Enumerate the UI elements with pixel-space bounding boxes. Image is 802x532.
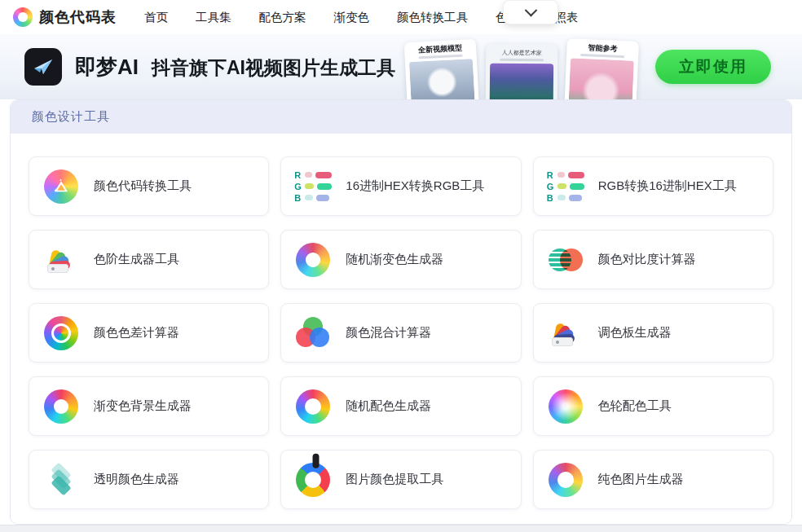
tool-card-color-mixer[interactable]: 颜色混合计算器 bbox=[280, 303, 521, 363]
tool-label: 颜色色差计算器 bbox=[94, 325, 179, 341]
nav-item-home[interactable]: 首页 bbox=[144, 10, 168, 25]
tool-card-random-scheme[interactable]: 随机配色生成器 bbox=[280, 376, 521, 436]
color-ring-icon bbox=[42, 314, 80, 352]
thumb-image-space bbox=[490, 64, 554, 99]
nav-item-tools[interactable]: 工具集 bbox=[196, 10, 231, 25]
banner-title: 即梦AI 抖音旗下AI视频图片生成工具 bbox=[75, 53, 395, 81]
gradient-wheel-icon bbox=[42, 388, 80, 425]
thumb-image-ghost bbox=[409, 59, 475, 99]
tool-label: 渐变色背景生成器 bbox=[94, 398, 192, 414]
tool-label: 颜色对比度计算器 bbox=[598, 252, 696, 267]
paper-plane-icon bbox=[32, 55, 55, 78]
site-title: 颜色代码表 bbox=[39, 7, 117, 27]
thumb-caption: 智能参考 bbox=[571, 42, 634, 54]
tool-label: RGB转换16进制HEX工具 bbox=[598, 178, 737, 194]
brand[interactable]: 颜色代码表 bbox=[13, 7, 117, 27]
tool-label: 16进制HEX转换RGB工具 bbox=[346, 178, 484, 194]
panel-title: 颜色设计工具 bbox=[32, 109, 110, 123]
thumb-subline bbox=[500, 59, 544, 61]
tool-card-color-wheel-tool[interactable]: 色轮配色工具 bbox=[533, 376, 773, 436]
page-bottom-strip bbox=[0, 525, 802, 532]
tool-label: 图片颜色提取工具 bbox=[346, 472, 443, 487]
panel-header: 颜色设计工具 bbox=[11, 100, 791, 134]
tool-card-rgb-to-hex[interactable]: R G B RGB转换16进制HEX工具 bbox=[533, 156, 773, 216]
nav-item-converters[interactable]: 颜色转换工具 bbox=[397, 10, 468, 25]
tool-card-image-color-picker[interactable]: 图片颜色提取工具 bbox=[280, 450, 521, 509]
rgb-sliders-icon: R G B bbox=[294, 168, 332, 205]
thumb-image-portrait bbox=[568, 58, 634, 99]
thumb-caption: 人人都是艺术家 bbox=[490, 48, 553, 58]
banner-thumb-reference: 智能参考 bbox=[564, 38, 639, 99]
tool-card-gradient-background[interactable]: 渐变色背景生成器 bbox=[29, 376, 269, 436]
nav-item-schemes[interactable]: 配色方案 bbox=[259, 10, 306, 25]
tool-card-random-gradient[interactable]: 随机渐变色生成器 bbox=[280, 230, 521, 289]
use-now-button[interactable]: 立即使用 bbox=[655, 50, 771, 84]
color-wheel-donut-icon bbox=[547, 461, 584, 499]
thumb-caption: 全新视频模型 bbox=[408, 43, 472, 55]
banner-thumb-video-model: 全新视频模型 bbox=[404, 39, 480, 99]
app-tagline: 抖音旗下AI视频图片生成工具 bbox=[152, 55, 395, 81]
color-mix-venn-icon bbox=[294, 314, 332, 352]
tools-grid: 颜色代码转换工具 R G B 16进制HEX转换RGB工具 R G B RGB转… bbox=[11, 134, 791, 524]
color-design-tools-panel: 颜色设计工具 颜色代码转换工具 R G B 16进制HEX转换RGB工具 R bbox=[10, 99, 792, 525]
tool-label: 色阶生成器工具 bbox=[94, 252, 179, 267]
tool-label: 颜色代码转换工具 bbox=[94, 178, 192, 194]
tool-label: 透明颜色生成器 bbox=[94, 472, 179, 487]
tool-card-solid-image-generator[interactable]: 纯色图片生成器 bbox=[533, 450, 773, 509]
gradient-wheel-icon bbox=[294, 388, 332, 425]
collapse-tab[interactable] bbox=[503, 0, 558, 24]
tool-card-contrast-calculator[interactable]: 颜色对比度计算器 bbox=[533, 230, 773, 289]
banner-thumbnails: 全新视频模型 人人都是艺术家 智能参考 bbox=[406, 34, 637, 99]
transparent-layers-icon bbox=[42, 461, 80, 499]
site-logo-color-wheel-icon bbox=[13, 7, 33, 27]
tool-label: 颜色混合计算器 bbox=[346, 325, 431, 341]
tool-label: 色轮配色工具 bbox=[598, 398, 672, 414]
banner-thumb-artist: 人人都是艺术家 bbox=[486, 44, 558, 99]
thumb-subline bbox=[418, 55, 463, 59]
palette-fan-icon bbox=[547, 314, 584, 352]
tool-card-color-code-converter[interactable]: 颜色代码转换工具 bbox=[29, 156, 269, 216]
thumb-subline bbox=[580, 54, 625, 58]
tool-card-palette-generator[interactable]: 调色板生成器 bbox=[533, 303, 773, 363]
tool-card-color-difference[interactable]: 颜色色差计算器 bbox=[29, 303, 269, 363]
jimeng-app-icon bbox=[24, 48, 62, 86]
app-name: 即梦AI bbox=[75, 53, 139, 81]
top-nav: 颜色代码表 首页 工具集 配色方案 渐变色 颜色转换工具 色卡色值对照表 bbox=[0, 0, 802, 34]
contrast-circles-icon bbox=[547, 241, 584, 279]
gradient-wheel-icon bbox=[294, 241, 332, 279]
chevron-down-icon bbox=[524, 3, 537, 16]
tool-card-color-steps[interactable]: 色阶生成器工具 bbox=[29, 230, 269, 289]
tool-label: 纯色图片生成器 bbox=[598, 472, 684, 487]
eyedropper-wheel-icon bbox=[294, 461, 332, 499]
nav-item-gradients[interactable]: 渐变色 bbox=[334, 10, 370, 25]
color-wheel-triangle-icon bbox=[42, 168, 80, 205]
rgb-sliders-icon: R G B bbox=[547, 168, 584, 205]
tool-label: 随机渐变色生成器 bbox=[346, 252, 443, 267]
tool-card-hex-to-rgb[interactable]: R G B 16进制HEX转换RGB工具 bbox=[280, 156, 521, 216]
tool-label: 调色板生成器 bbox=[598, 325, 672, 341]
color-wheel-icon bbox=[547, 388, 584, 425]
swatch-fan-icon bbox=[42, 241, 80, 279]
tool-label: 随机配色生成器 bbox=[346, 398, 431, 414]
tool-card-transparent-color[interactable]: 透明颜色生成器 bbox=[29, 450, 269, 509]
ad-banner[interactable]: 即梦AI 抖音旗下AI视频图片生成工具 全新视频模型 人人都是艺术家 智能参考 … bbox=[0, 34, 802, 99]
